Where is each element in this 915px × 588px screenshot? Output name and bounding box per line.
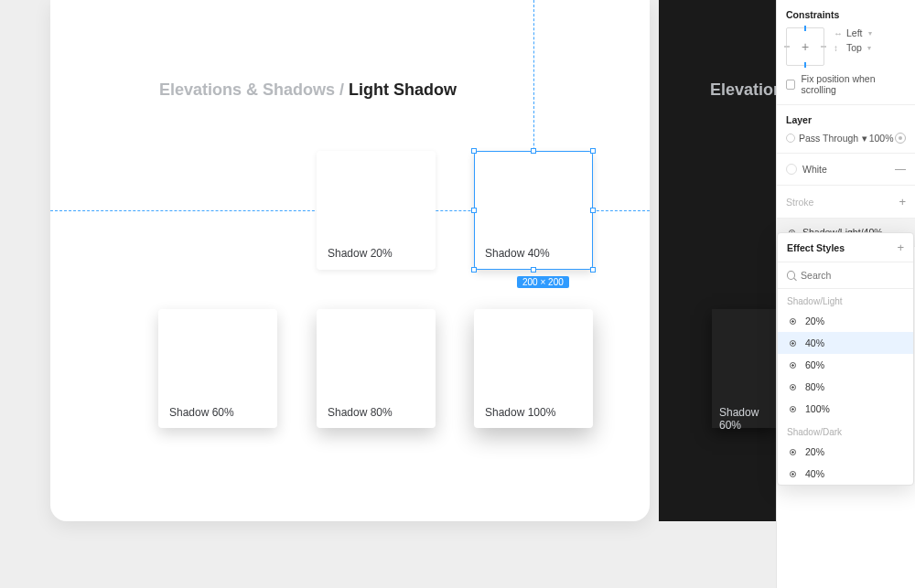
opacity-value[interactable]: 100% [869, 133, 894, 144]
effect-style-icon [787, 359, 798, 370]
layer-title: Layer [786, 114, 906, 125]
arrow-horizontal-icon: ↔ [834, 28, 843, 38]
fix-position-checkbox-row[interactable]: Fix position when scrolling [786, 73, 906, 95]
stroke-section: Stroke + [777, 186, 915, 219]
style-group-dark: Shadow/Dark [778, 420, 913, 441]
constraint-tick-right [821, 46, 826, 48]
style-item-light-40[interactable]: 40% [778, 332, 913, 354]
effect-styles-dropdown: Effect Styles + Shadow/Light 20% 40% 60%… [777, 232, 914, 486]
constraint-tick-left [784, 46, 790, 48]
fill-swatch[interactable] [786, 164, 797, 175]
constraint-vertical-value: Top [846, 42, 862, 53]
style-item-label: 40% [805, 468, 824, 479]
fix-position-label: Fix position when scrolling [801, 73, 906, 95]
style-item-light-80[interactable]: 80% [778, 376, 913, 398]
style-item-label: 40% [805, 337, 824, 348]
blend-mode-select[interactable]: Pass Through ▾ [786, 133, 867, 144]
card-label-100: Shadow 100% [485, 406, 555, 419]
card-label-40: Shadow 40% [485, 247, 550, 260]
selection-handle-tl[interactable] [471, 148, 477, 154]
style-group-light: Shadow/Light [778, 289, 913, 310]
checkbox-unchecked-icon[interactable] [786, 80, 795, 90]
constraint-horizontal-select[interactable]: ↔ Left ▾ [834, 27, 872, 38]
card-label-60: Shadow 60% [169, 406, 234, 419]
style-item-label: 80% [805, 381, 824, 392]
style-item-dark-40[interactable]: 40% [778, 463, 913, 485]
breadcrumb-current: Light Shadow [349, 80, 457, 99]
selection-handle-bc[interactable] [531, 267, 536, 273]
style-item-label: 60% [805, 359, 824, 370]
visibility-eye-icon[interactable] [895, 133, 906, 144]
effect-styles-search-row [778, 262, 913, 289]
effect-style-icon [787, 337, 798, 348]
inspector-panel: Constraints + ↔ Left ▾ ↕ Top ▾ [776, 0, 915, 588]
fill-label: White [802, 164, 895, 175]
selection-handle-br[interactable] [590, 267, 596, 273]
card-label-80: Shadow 80% [328, 406, 393, 419]
blend-dot-icon [786, 134, 795, 143]
effect-style-icon [787, 446, 798, 457]
effect-styles-header: Effect Styles + [778, 233, 913, 262]
effect-style-icon [787, 315, 798, 326]
selection-handle-tc[interactable] [531, 148, 536, 154]
effect-styles-search-input[interactable] [801, 270, 904, 281]
arrow-vertical-icon: ↕ [834, 43, 843, 53]
constraint-tick-bottom [804, 62, 806, 68]
effect-style-icon [787, 403, 798, 414]
add-effect-style-button[interactable]: + [897, 241, 904, 254]
card-label-20: Shadow 20% [328, 247, 393, 260]
chevron-down-icon: ▾ [868, 29, 872, 37]
style-item-dark-20[interactable]: 20% [778, 441, 913, 463]
effect-styles-title: Effect Styles [787, 242, 845, 253]
stroke-label: Stroke [786, 197, 813, 208]
style-item-label: 100% [805, 403, 830, 414]
constraint-tick-top [804, 26, 806, 31]
dark-frame[interactable] [659, 0, 776, 521]
constraint-vertical-select[interactable]: ↕ Top ▾ [834, 42, 872, 53]
selection-handle-lc[interactable] [471, 208, 477, 213]
fill-section: White — [777, 154, 915, 186]
effect-style-icon [787, 468, 798, 479]
breadcrumb: Elevations & Shadows / Light Shadow [159, 80, 457, 100]
chevron-down-icon: ▾ [862, 133, 867, 144]
canvas-area[interactable]: Elevations & Shadows / Light Shadow Elev… [0, 0, 776, 588]
dark-card-label: Shadow 60% [719, 406, 776, 432]
constraint-horizontal-value: Left [846, 27, 863, 38]
selection-handle-bl[interactable] [471, 267, 477, 273]
effect-style-icon [787, 381, 798, 392]
breadcrumb-prefix: Elevations & Shadows [159, 80, 335, 99]
constraints-section: Constraints + ↔ Left ▾ ↕ Top ▾ [777, 0, 915, 105]
style-item-label: 20% [805, 315, 824, 326]
style-item-light-20[interactable]: 20% [778, 310, 913, 332]
selection-handle-tr[interactable] [590, 148, 596, 154]
remove-fill-button[interactable]: — [895, 163, 906, 176]
style-item-light-100[interactable]: 100% [778, 398, 913, 420]
style-item-label: 20% [805, 446, 824, 457]
selection-dimensions-badge: 200 × 200 [517, 276, 569, 288]
breadcrumb-sep: / [335, 80, 349, 99]
blend-mode-value: Pass Through [799, 133, 858, 144]
search-icon [787, 271, 795, 280]
constraints-title: Constraints [786, 9, 906, 20]
selection-handle-rc[interactable] [590, 208, 596, 213]
layer-section: Layer Pass Through ▾ 100% [777, 105, 915, 154]
style-item-light-60[interactable]: 60% [778, 354, 913, 376]
constraint-box[interactable]: + [786, 27, 824, 66]
chevron-down-icon: ▾ [867, 44, 871, 52]
add-stroke-button[interactable]: + [899, 195, 906, 208]
plus-icon: + [802, 39, 809, 54]
